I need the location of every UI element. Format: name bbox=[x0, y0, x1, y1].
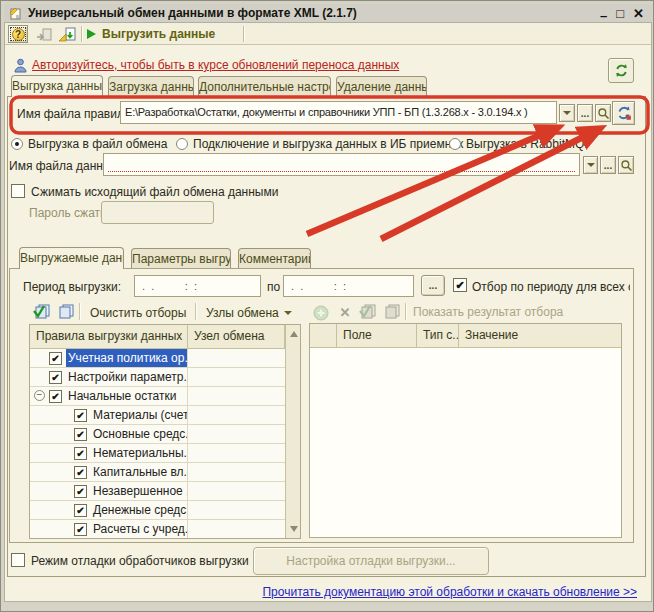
person-icon bbox=[14, 58, 27, 73]
row-checkbox[interactable]: ✔ bbox=[49, 390, 62, 403]
compress-checkbox[interactable] bbox=[11, 184, 25, 198]
column-header-node[interactable]: Узел обмена bbox=[188, 325, 285, 348]
row-checkbox[interactable]: ✔ bbox=[49, 371, 62, 384]
rules-file-dropdown-button[interactable] bbox=[559, 104, 575, 122]
rules-file-open-button[interactable] bbox=[595, 104, 611, 122]
row-label: Основные средс... bbox=[91, 425, 187, 443]
password-input[interactable] bbox=[101, 201, 214, 224]
row-checkbox[interactable]: ✔ bbox=[49, 352, 62, 365]
set-all-disabled-button[interactable] bbox=[357, 302, 377, 321]
tab-delete-data[interactable]: Удаление данных bbox=[336, 76, 427, 97]
radio-export-to-ib[interactable] bbox=[176, 138, 188, 150]
data-file-open-button[interactable] bbox=[618, 156, 634, 174]
check-updates-button[interactable] bbox=[608, 58, 634, 83]
load-rules-disabled-icon[interactable] bbox=[35, 26, 54, 43]
table-row[interactable]: ✔Настройки параметр... bbox=[30, 368, 300, 387]
node-cell bbox=[188, 387, 300, 405]
table-row[interactable]: ✔Капитальные вл... bbox=[30, 463, 300, 482]
chevron-down-icon bbox=[284, 311, 292, 315]
clear-filters-button[interactable]: Очистить отборы bbox=[85, 302, 191, 323]
filter-table[interactable]: Поле Тип с... Значение bbox=[309, 323, 622, 538]
column-header-field[interactable]: Поле bbox=[337, 324, 417, 347]
row-checkbox[interactable]: ✔ bbox=[74, 447, 87, 460]
row-checkbox[interactable]: ✔ bbox=[74, 466, 87, 479]
exchange-nodes-button[interactable]: Узлы обмена bbox=[201, 302, 297, 323]
column-header-comparison[interactable]: Тип с... bbox=[417, 324, 459, 347]
rules-table-body: ✔Учетная политика ор...✔Настройки параме… bbox=[30, 349, 300, 539]
tab-import-data[interactable]: Загрузка данных bbox=[108, 76, 194, 97]
period-from-input[interactable]: . . : : bbox=[134, 275, 261, 297]
row-label: Денежные средс... bbox=[91, 501, 187, 519]
table-row[interactable]: ✔Основные средс... bbox=[30, 425, 300, 444]
period-settings-button[interactable]: ... bbox=[421, 275, 445, 296]
collapse-icon[interactable]: − bbox=[34, 390, 45, 401]
table-row[interactable]: ✔Материалы (счет... bbox=[30, 406, 300, 425]
tab-additional-settings[interactable]: Дополнительные настройки bbox=[198, 76, 331, 97]
set-all-flags-button[interactable] bbox=[31, 302, 51, 321]
debug-mode-label: Режим отладки обработчиков выгрузки bbox=[31, 554, 249, 568]
table-row[interactable]: ✔Расчеты с учред... bbox=[30, 520, 300, 539]
show-filter-result-button[interactable]: Показать результат отбора bbox=[413, 305, 563, 319]
data-file-input[interactable] bbox=[103, 153, 580, 176]
row-checkbox[interactable]: ✔ bbox=[74, 504, 87, 517]
close-icon[interactable]: ✕ bbox=[633, 4, 644, 23]
export-rules-table[interactable]: Правила выгрузки данных Узел обмена ✔Уче… bbox=[29, 324, 301, 539]
tab-exported-data[interactable]: Выгружаемые данные bbox=[19, 247, 124, 269]
toolbar-separator bbox=[79, 303, 80, 320]
radio-export-to-rabbitmq[interactable] bbox=[449, 138, 461, 150]
data-file-dropdown-button[interactable] bbox=[583, 156, 598, 174]
row-checkbox[interactable]: ✔ bbox=[74, 485, 87, 498]
rules-file-input[interactable]: E:\Разработка\Остатки, документы и справ… bbox=[120, 101, 557, 124]
app-window: Универсальный обмен данными в формате XM… bbox=[0, 0, 654, 612]
scroll-down-icon[interactable] bbox=[290, 526, 298, 532]
help-icon: ? bbox=[12, 28, 25, 41]
reload-rules-button[interactable] bbox=[612, 101, 635, 125]
column-header-value[interactable]: Значение bbox=[459, 324, 621, 347]
row-label: Расчеты с учред... bbox=[91, 520, 187, 538]
vertical-scrollbar[interactable] bbox=[285, 325, 300, 538]
table-row[interactable]: ✔Учетная политика ор... bbox=[30, 349, 300, 368]
row-label: Незавершенное ... bbox=[91, 482, 187, 500]
clear-all-flags-button[interactable] bbox=[55, 302, 75, 321]
clear-all-disabled-button[interactable] bbox=[381, 302, 401, 321]
table-row[interactable]: ✔Нематериальны... bbox=[30, 444, 300, 463]
radio-export-to-ib-label: Подключение и выгрузка данных в ИБ прием… bbox=[193, 137, 463, 151]
tab-export-data[interactable]: Выгрузка данных bbox=[11, 75, 103, 97]
tab-comment[interactable]: Комментарий bbox=[238, 248, 311, 269]
help-button[interactable]: ? bbox=[8, 25, 28, 43]
rules-file-browse-button[interactable]: ... bbox=[577, 104, 593, 122]
data-file-browse-button[interactable]: ... bbox=[600, 156, 616, 174]
column-header-rules[interactable]: Правила выгрузки данных bbox=[30, 325, 188, 348]
tab-export-parameters[interactable]: Параметры выгрузки bbox=[131, 248, 231, 269]
table-row[interactable]: ✔Незавершенное ... bbox=[30, 482, 300, 501]
row-checkbox[interactable]: ✔ bbox=[74, 428, 87, 441]
node-cell bbox=[188, 406, 300, 424]
magnifier-icon bbox=[597, 107, 610, 120]
scroll-up-icon[interactable] bbox=[290, 331, 298, 337]
period-filter-label: Отбор по периоду для всех о... bbox=[472, 280, 630, 294]
row-label: Нематериальны... bbox=[91, 444, 187, 462]
debug-mode-checkbox[interactable] bbox=[11, 553, 25, 567]
load-rules-from-file-icon[interactable] bbox=[57, 26, 76, 43]
node-cell bbox=[188, 368, 300, 386]
debug-settings-button[interactable]: Настройка отладки выгрузки... bbox=[253, 547, 489, 575]
maximize-icon[interactable]: □ bbox=[616, 4, 624, 23]
required-field-marker bbox=[108, 171, 575, 172]
node-cell bbox=[188, 501, 300, 519]
refresh-icon bbox=[614, 63, 629, 78]
period-label: Период выгрузки: bbox=[23, 280, 121, 294]
table-row[interactable]: −✔Начальные остатки bbox=[30, 387, 300, 406]
documentation-link[interactable]: Прочитать документацию этой обработки и … bbox=[262, 585, 637, 599]
export-data-button[interactable]: Выгрузить данные bbox=[87, 25, 215, 43]
table-row[interactable]: ✔Денежные средс... bbox=[30, 501, 300, 520]
authorize-link[interactable]: Авторизуйтесь, чтобы быть в курсе обновл… bbox=[32, 58, 399, 72]
period-to-input[interactable]: . . : : bbox=[283, 275, 414, 297]
row-checkbox[interactable]: ✔ bbox=[74, 409, 87, 422]
period-filter-checkbox[interactable]: ✔ bbox=[453, 278, 467, 292]
add-filter-button[interactable] bbox=[311, 303, 331, 322]
node-cell bbox=[188, 349, 300, 367]
chevron-down-icon bbox=[563, 111, 571, 115]
radio-export-to-file[interactable] bbox=[11, 138, 23, 150]
delete-filter-button[interactable]: ✕ bbox=[335, 303, 355, 322]
row-checkbox[interactable]: ✔ bbox=[74, 523, 87, 536]
